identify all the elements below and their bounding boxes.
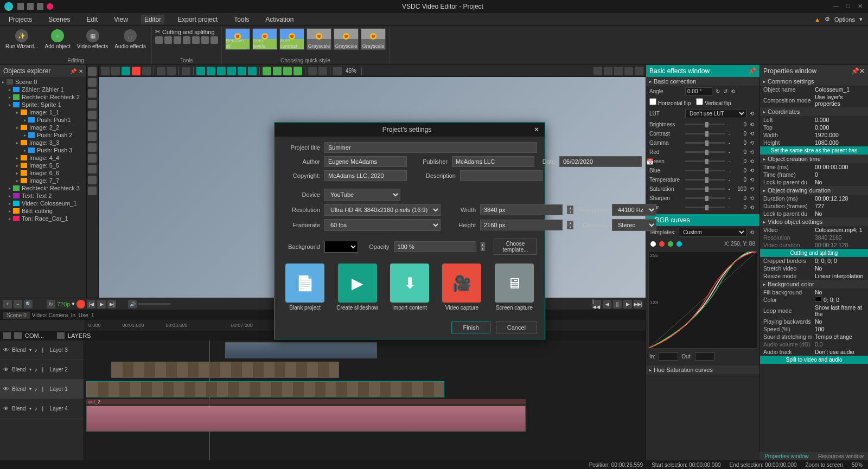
height-input[interactable] <box>480 220 563 230</box>
tl-skip-end-icon[interactable]: ▶▶| <box>634 300 642 309</box>
prop-object-name[interactable]: Colosseum_1 <box>815 86 865 93</box>
prop-stretch[interactable]: No <box>815 265 865 272</box>
style-grayscale-3[interactable]: Grayscale <box>361 28 386 50</box>
timeline-clip[interactable] <box>86 381 444 397</box>
reset-icon[interactable]: ⟲ <box>750 177 756 183</box>
grid-icon[interactable] <box>593 67 602 75</box>
tool-rotate-icon[interactable] <box>164 36 172 44</box>
style-auto-levels[interactable]: Auto levels <box>252 28 277 50</box>
tab-resources[interactable]: Resources window <box>814 452 868 460</box>
dialog-close-icon[interactable]: ✕ <box>534 126 539 133</box>
prop-video[interactable]: Colosseum.mp4; 1 <box>815 227 865 233</box>
tl-step-back-icon[interactable]: ◀ <box>603 300 611 309</box>
prop-playback[interactable]: No <box>815 318 865 325</box>
arrow-up-icon[interactable] <box>263 67 271 75</box>
reset-icon[interactable]: ⟲ <box>750 204 756 210</box>
audio-effects-button[interactable]: 🎧Audio effects <box>112 28 148 50</box>
order-front-icon[interactable] <box>308 67 317 75</box>
rotate-ccw-icon[interactable]: ↺ <box>723 88 727 94</box>
maximize-button[interactable]: □ <box>844 3 852 10</box>
arrow-down-icon[interactable] <box>273 67 282 75</box>
tree-item[interactable]: ▸Ton: Race_Car_1 <box>1 215 85 222</box>
finish-button[interactable]: Finish <box>451 322 490 333</box>
prop-width[interactable]: 1920.000 <box>815 132 865 138</box>
tool-properties-icon[interactable] <box>210 36 218 44</box>
tl-step-fwd-icon[interactable]: ▶ <box>623 300 632 309</box>
slider-sharpen[interactable] <box>685 197 725 199</box>
tl-record-icon[interactable] <box>76 300 85 309</box>
reset-icon[interactable]: ⟲ <box>750 168 756 174</box>
tab-properties[interactable]: Properties window <box>760 452 814 460</box>
style-auto-contrast[interactable]: Auto contrast <box>279 28 304 50</box>
tl-add-icon[interactable]: + <box>3 300 12 309</box>
prop-lock-parent2[interactable]: No <box>815 210 865 217</box>
rgb-curves-header[interactable]: RGB curves <box>655 216 690 224</box>
menu-view[interactable]: View <box>111 15 131 24</box>
chevron-down-icon[interactable]: ▾ <box>72 300 75 307</box>
curve-channel-all[interactable] <box>650 241 656 247</box>
tree-item[interactable]: ▸Image: 6_6 <box>1 169 85 177</box>
timeline-clip[interactable] <box>111 362 339 378</box>
calendar-icon[interactable]: 📅 <box>646 158 654 165</box>
settings-icon[interactable] <box>635 67 643 75</box>
redo-icon[interactable] <box>167 67 176 75</box>
animation-tool-icon[interactable] <box>88 187 97 195</box>
pin-icon[interactable]: 📌 <box>748 67 756 75</box>
curve-channel-green[interactable] <box>668 241 673 247</box>
prop-comp-mode[interactable]: Use layer's properties <box>815 94 865 107</box>
prop-cropped[interactable]: 0; 0; 0; 0 <box>815 258 865 264</box>
resolution-select[interactable]: Ultra HD 4K 3840x2160 pixels (16:9) <box>324 204 441 216</box>
tree-item[interactable]: ▸Zähler: Zähler 1 <box>1 86 85 93</box>
tile-blank-project[interactable]: 📄Blank project <box>282 264 328 311</box>
snap-icon[interactable] <box>604 67 612 75</box>
rotate-cw-icon[interactable]: ↻ <box>716 88 720 94</box>
tl-next-frame-icon[interactable]: ▶| <box>107 300 116 309</box>
quick-new-icon[interactable] <box>17 3 24 10</box>
text-tool-icon[interactable] <box>88 143 97 152</box>
pin-icon[interactable]: 📌 <box>70 68 76 74</box>
arrow-right-icon[interactable] <box>293 67 302 75</box>
delete-icon[interactable] <box>132 67 141 75</box>
cancel-button[interactable]: Cancel <box>496 322 537 333</box>
angle-input[interactable] <box>685 87 712 95</box>
slider-green[interactable] <box>685 160 725 162</box>
drawing-section[interactable]: Object drawing duration <box>760 186 868 195</box>
safe-area-icon[interactable] <box>624 67 633 75</box>
timeline-clip[interactable] <box>225 342 377 358</box>
guides-icon[interactable] <box>614 67 623 75</box>
copyright-input[interactable] <box>324 170 407 181</box>
reset-icon[interactable]: ⟲ <box>750 149 756 155</box>
bgcolor-section[interactable]: Background color <box>760 280 868 288</box>
menu-editor[interactable]: Editor <box>141 15 164 24</box>
arrow-left-icon[interactable] <box>283 67 292 75</box>
align-left-icon[interactable] <box>196 67 205 75</box>
reset-curves-icon[interactable]: ⟲ <box>750 229 756 235</box>
lut-select[interactable]: Don't use LUT <box>685 109 746 118</box>
width-spinner[interactable]: ▴▾ <box>567 205 573 214</box>
menu-activation[interactable]: Activation <box>262 15 297 24</box>
video-effects-button[interactable]: ▦Video effects <box>75 28 110 50</box>
align-right-icon[interactable] <box>217 67 226 75</box>
style-grayscale-2[interactable]: Grayscale <box>334 28 359 50</box>
common-section[interactable]: Common settings <box>760 77 868 86</box>
pin-icon[interactable]: 📌 <box>851 67 859 75</box>
close-panel-icon[interactable]: ✕ <box>79 68 83 74</box>
layers-vis-icon[interactable] <box>57 332 65 339</box>
publisher-input[interactable] <box>452 156 534 167</box>
settings-gear-icon[interactable]: ⚙ <box>825 16 830 23</box>
tile-create-slideshow[interactable]: ▶Create slideshow <box>334 264 380 311</box>
reset-lut-icon[interactable]: ⟲ <box>750 111 756 117</box>
reset-icon[interactable]: ⟲ <box>750 186 756 192</box>
menu-scenes[interactable]: Scenes <box>45 15 73 24</box>
coords-section[interactable]: Coordinates <box>760 107 868 116</box>
background-select[interactable] <box>324 241 358 253</box>
quick-record-icon[interactable] <box>47 3 53 10</box>
curve-out-input[interactable] <box>695 352 714 361</box>
align-middle-icon[interactable] <box>238 67 246 75</box>
choose-template-button[interactable]: Choose template... <box>494 239 537 255</box>
creation-section[interactable]: Object creation time <box>760 155 868 163</box>
tl-res[interactable]: 720p <box>57 301 70 307</box>
prop-dur-ms[interactable]: 00:00:12.128 <box>815 195 865 202</box>
hflip-checkbox[interactable]: Horizontal flip <box>649 98 691 106</box>
slider-blur[interactable] <box>685 207 725 208</box>
